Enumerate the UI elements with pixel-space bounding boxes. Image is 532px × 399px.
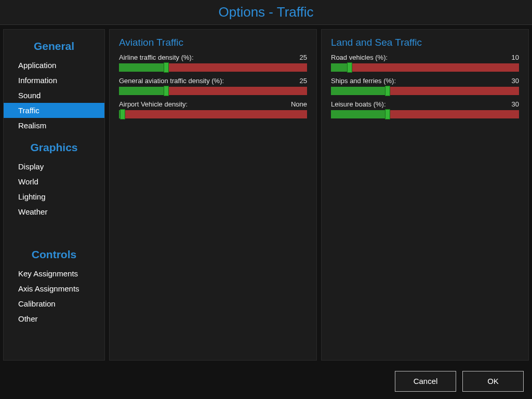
slider-block: Road vehicles (%):10 [331, 54, 519, 72]
slider-value: 30 [512, 100, 519, 108]
slider-block: Leisure boats (%):30 [331, 100, 519, 118]
panel-land-sea-traffic: Land and Sea TrafficRoad vehicles (%):10… [321, 29, 529, 361]
slider-track[interactable] [119, 63, 307, 72]
slider-fill [119, 87, 166, 95]
nav-item-information[interactable]: Information [4, 73, 104, 88]
ok-button[interactable]: OK [462, 371, 524, 392]
nav-item-sound[interactable]: Sound [4, 88, 104, 103]
body: GeneralApplicationInformationSoundTraffi… [0, 25, 532, 364]
nav-item-other[interactable]: Other [4, 311, 104, 326]
nav-item-lighting[interactable]: Lighting [4, 189, 104, 204]
slider-track[interactable] [119, 110, 307, 118]
nav-group-title: Controls [4, 219, 104, 266]
slider-track[interactable] [331, 63, 519, 72]
slider-block: Airline traffic density (%):25 [119, 54, 307, 72]
slider-track[interactable] [331, 87, 519, 95]
nav-item-world[interactable]: World [4, 174, 104, 189]
slider-fill [331, 110, 388, 118]
slider-label: General aviation traffic density (%): [119, 77, 224, 85]
cancel-button[interactable]: Cancel [395, 371, 456, 392]
options-window: Options - Traffic GeneralApplicationInfo… [0, 0, 532, 399]
slider-value: 25 [300, 77, 307, 85]
slider-label-row: Ships and ferries (%):30 [331, 77, 519, 85]
slider-value: 10 [512, 54, 519, 61]
nav-item-traffic[interactable]: Traffic [4, 103, 104, 118]
nav-group-title: Graphics [4, 133, 104, 159]
panel-title: Land and Sea Traffic [331, 37, 519, 48]
nav-item-application[interactable]: Application [4, 58, 104, 73]
slider-thumb[interactable] [347, 62, 352, 73]
slider-block: Airport Vehicle density:None [119, 100, 307, 118]
panel-aviation-traffic: Aviation TrafficAirline traffic density … [109, 29, 317, 361]
slider-label: Road vehicles (%): [331, 54, 388, 61]
footer: Cancel OK [0, 364, 532, 399]
slider-track[interactable] [331, 110, 519, 118]
slider-thumb[interactable] [385, 109, 390, 119]
slider-value: 30 [512, 77, 519, 85]
slider-label: Airport Vehicle density: [119, 100, 188, 108]
slider-thumb[interactable] [164, 86, 169, 96]
slider-label-row: Airline traffic density (%):25 [119, 54, 307, 61]
slider-label-row: Road vehicles (%):10 [331, 54, 519, 61]
slider-track[interactable] [119, 87, 307, 95]
nav-group-title: General [4, 32, 104, 58]
slider-thumb[interactable] [385, 86, 390, 96]
panel-title: Aviation Traffic [119, 37, 307, 48]
slider-label: Leisure boats (%): [331, 100, 386, 108]
slider-label: Ships and ferries (%): [331, 77, 396, 85]
slider-fill [119, 63, 166, 72]
slider-label-row: General aviation traffic density (%):25 [119, 77, 307, 85]
sidebar: GeneralApplicationInformationSoundTraffi… [3, 29, 105, 361]
slider-label: Airline traffic density (%): [119, 54, 194, 61]
nav-item-axis-assignments[interactable]: Axis Assignments [4, 281, 104, 296]
slider-value: None [291, 100, 307, 108]
nav-item-calibration[interactable]: Calibration [4, 296, 104, 311]
slider-block: General aviation traffic density (%):25 [119, 77, 307, 95]
slider-thumb[interactable] [164, 62, 169, 73]
slider-label-row: Leisure boats (%):30 [331, 100, 519, 108]
nav-item-key-assignments[interactable]: Key Assignments [4, 266, 104, 281]
window-title: Options - Traffic [0, 0, 532, 25]
nav-item-realism[interactable]: Realism [4, 118, 104, 133]
slider-thumb[interactable] [120, 109, 125, 119]
slider-block: Ships and ferries (%):30 [331, 77, 519, 95]
slider-label-row: Airport Vehicle density:None [119, 100, 307, 108]
slider-value: 25 [300, 54, 307, 61]
slider-fill [331, 87, 388, 95]
nav-item-display[interactable]: Display [4, 159, 104, 174]
nav-item-weather[interactable]: Weather [4, 204, 104, 219]
